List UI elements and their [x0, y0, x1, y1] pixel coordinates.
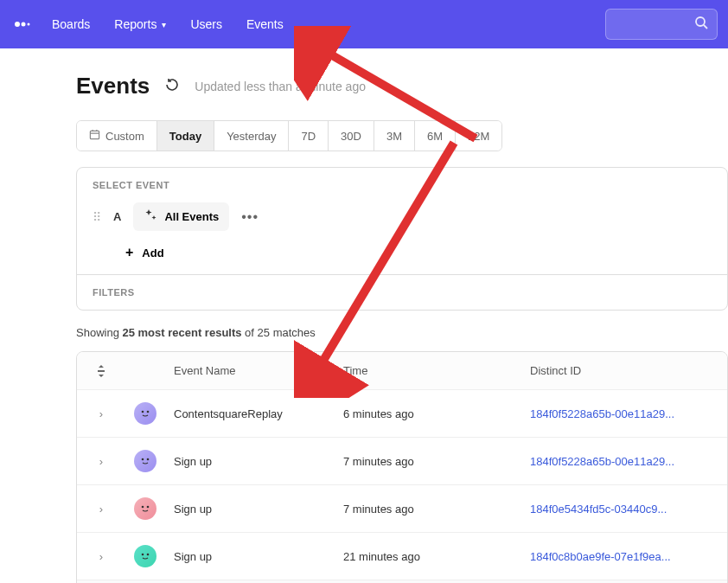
event-name-cell: Sign up: [165, 485, 335, 532]
all-events-chip[interactable]: All Events: [133, 202, 229, 231]
distinct-id-link[interactable]: 184f0f5228a65b-00e11a29...: [530, 407, 674, 420]
search-input[interactable]: [605, 9, 718, 40]
date-filter-label: Custom: [105, 130, 144, 143]
collapse-icon: [96, 365, 106, 377]
nav-users[interactable]: Users: [190, 17, 222, 31]
nav-events[interactable]: Events: [246, 17, 284, 31]
event-name-cell: ContentsquareReplay: [165, 390, 335, 437]
updated-label: Updated less than a minute ago: [195, 80, 366, 93]
time-cell: 7 minutes ago: [335, 438, 521, 484]
svg-point-16: [142, 554, 144, 556]
more-icon[interactable]: •••: [241, 209, 259, 225]
svg-point-15: [147, 506, 150, 509]
date-range-filters: Custom Today Yesterday 7D 30D 3M 6M 12M: [76, 120, 502, 151]
results-prefix: Showing: [76, 326, 122, 339]
select-event-panel: SELECT EVENT ⠿ A All Events ••• + Add FI…: [76, 167, 728, 311]
page-title: Events: [76, 73, 150, 99]
time-cell: 6 minutes ago: [335, 390, 521, 437]
date-filter-today[interactable]: Today: [157, 121, 214, 151]
results-suffix: of 25 matches: [242, 326, 316, 339]
svg-point-3: [696, 17, 705, 26]
svg-line-4: [704, 25, 707, 29]
chevron-right-icon[interactable]: ›: [99, 407, 103, 420]
table-row[interactable]: › Sign up 7 minutes ago 184f0e5434fd5c-0…: [77, 485, 727, 533]
user-avatar[interactable]: [134, 497, 156, 520]
collapse-all-button[interactable]: [77, 352, 125, 389]
event-selector-row: ⠿ A All Events •••: [77, 195, 727, 241]
series-letter: A: [113, 210, 121, 223]
results-summary: Showing 25 most recent results of 25 mat…: [76, 326, 728, 339]
drag-handle-icon[interactable]: ⠿: [93, 210, 101, 224]
table-body: › ContentsquareReplay 6 minutes ago 184f…: [77, 390, 727, 583]
table-row[interactable]: › Sign up 7 minutes ago 184f0f5228a65b-0…: [77, 438, 727, 485]
time-cell: 21 minutes ago: [335, 533, 521, 580]
calendar-icon: [89, 129, 100, 143]
page-header: Events Updated less than a minute ago: [76, 73, 728, 99]
user-avatar[interactable]: [134, 402, 156, 425]
th-distinct-id[interactable]: Distinct ID: [521, 352, 727, 389]
date-filter-30d[interactable]: 30D: [329, 121, 374, 151]
table-row[interactable]: › Sign up 21 minutes ago 184f0c8b0ae9fe-…: [77, 533, 727, 580]
filters-header: FILTERS: [77, 274, 727, 310]
nav-reports[interactable]: Reports ▾: [114, 17, 166, 31]
date-filter-7d[interactable]: 7D: [289, 121, 329, 151]
user-avatar[interactable]: [134, 545, 156, 567]
th-avatar: [125, 352, 165, 389]
date-filter-yesterday[interactable]: Yesterday: [214, 121, 289, 151]
svg-point-17: [147, 554, 150, 556]
svg-point-2: [28, 23, 30, 26]
results-bold: 25 most recent results: [122, 326, 241, 339]
add-label: Add: [142, 247, 163, 259]
svg-rect-5: [90, 131, 99, 138]
svg-point-10: [142, 411, 144, 413]
distinct-id-link[interactable]: 184f0c8b0ae9fe-07e1f9ea...: [530, 550, 671, 563]
time-cell: 7 minutes ago: [335, 485, 521, 532]
add-event-button[interactable]: + Add: [77, 241, 727, 274]
date-filter-12m[interactable]: 12M: [456, 121, 501, 151]
top-navbar: Boards Reports ▾ Users Events: [0, 0, 728, 48]
chevron-right-icon[interactable]: ›: [99, 550, 103, 563]
svg-rect-9: [98, 370, 105, 372]
chevron-right-icon[interactable]: ›: [99, 503, 103, 516]
th-event-name[interactable]: Event Name: [165, 352, 335, 389]
distinct-id-link[interactable]: 184f0f5228a65b-00e11a29...: [530, 455, 674, 468]
all-events-label: All Events: [164, 210, 219, 223]
date-filter-3m[interactable]: 3M: [374, 121, 415, 151]
table-header: Event Name Time Distinct ID: [77, 352, 727, 390]
th-time[interactable]: Time: [335, 352, 521, 389]
date-filter-6m[interactable]: 6M: [415, 121, 456, 151]
search-icon: [694, 16, 708, 33]
nav-reports-label: Reports: [114, 17, 156, 31]
svg-point-0: [15, 22, 20, 27]
svg-point-1: [22, 22, 26, 27]
app-logo[interactable]: [10, 12, 35, 36]
chevron-down-icon: ▾: [162, 20, 166, 29]
svg-point-11: [147, 411, 150, 413]
plus-icon: +: [125, 245, 133, 260]
event-name-cell: Sign up: [165, 533, 335, 580]
event-name-cell: Sign up: [165, 438, 335, 484]
sparkle-icon: [144, 208, 157, 225]
distinct-id-link[interactable]: 184f0e5434fd5c-03440c9...: [530, 503, 667, 516]
user-avatar[interactable]: [134, 450, 156, 472]
table-row[interactable]: › ContentsquareReplay 6 minutes ago 184f…: [77, 390, 727, 438]
nav-boards[interactable]: Boards: [52, 17, 90, 31]
date-filter-custom[interactable]: Custom: [77, 121, 157, 151]
nav-items: Boards Reports ▾ Users Events: [52, 17, 605, 31]
svg-point-14: [142, 506, 144, 509]
refresh-icon[interactable]: [165, 78, 179, 95]
events-table: Event Name Time Distinct ID › Contentsqu…: [76, 351, 728, 583]
select-event-header: SELECT EVENT: [77, 168, 727, 195]
svg-point-13: [147, 458, 150, 461]
svg-point-12: [142, 458, 144, 461]
chevron-right-icon[interactable]: ›: [99, 455, 103, 468]
